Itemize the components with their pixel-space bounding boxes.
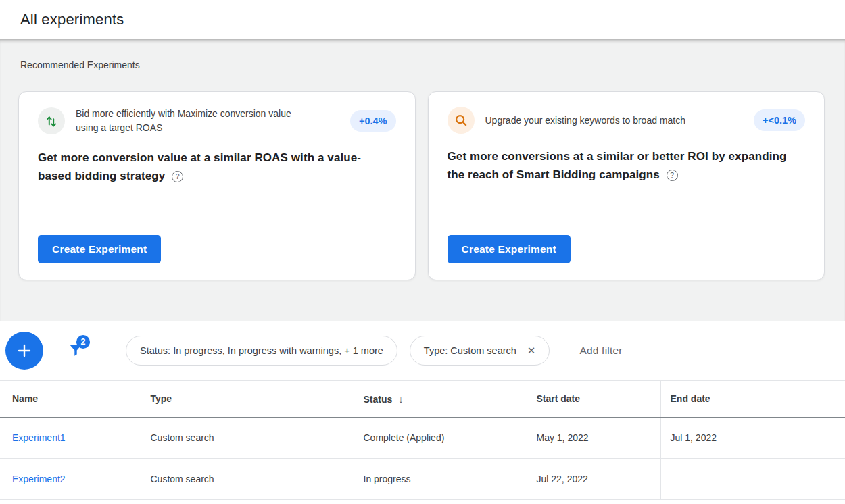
table-header-row: Name Type Status↓ Start date End date <box>0 381 845 418</box>
close-icon[interactable]: ✕ <box>527 345 536 357</box>
experiment-link[interactable]: Experiment2 <box>12 474 66 484</box>
column-header-name[interactable]: Name <box>0 381 141 418</box>
all-experiments-page: All experiments Recommended Experiments … <box>0 0 845 504</box>
cell-start-date: May 1, 2022 <box>527 418 660 459</box>
filter-chip-status[interactable]: Status: In progress, In progress with wa… <box>126 336 397 366</box>
card-header: Bid more efficiently with Maximize conve… <box>38 107 396 135</box>
filter-chip-label: Status: In progress, In progress with wa… <box>140 345 383 356</box>
card-description-text: Get more conversions at a similar or bet… <box>448 150 787 181</box>
card-description: Get more conversion value at a similar R… <box>38 149 379 185</box>
filter-chips: Status: In progress, In progress with wa… <box>126 336 550 366</box>
help-icon[interactable]: ? <box>172 171 183 182</box>
bid-adjust-arrows-icon <box>38 107 65 134</box>
recommendation-card-broad-match: Upgrade your existing keywords to broad … <box>428 91 825 280</box>
create-experiment-button[interactable]: Create Experiment <box>448 235 571 263</box>
filter-count-badge: 2 <box>76 335 90 349</box>
recommended-experiments-panel: Recommended Experiments Bid more efficie… <box>0 39 845 321</box>
add-experiment-fab[interactable] <box>5 332 43 370</box>
card-headline: Upgrade your existing keywords to broad … <box>485 114 685 128</box>
sort-descending-icon: ↓ <box>398 393 404 405</box>
cell-start-date: Jul 22, 2022 <box>527 459 660 500</box>
cell-type: Custom search <box>141 418 354 459</box>
filter-chip-type[interactable]: Type: Custom search ✕ <box>410 336 550 366</box>
page-header: All experiments <box>0 0 845 39</box>
card-description: Get more conversions at a similar or bet… <box>448 147 789 184</box>
uplift-badge: +0.4% <box>350 110 396 132</box>
cell-end-date: Jul 1, 2022 <box>660 418 845 459</box>
add-filter-button[interactable]: Add filter <box>579 345 622 357</box>
experiments-table: Name Type Status↓ Start date End date Ex… <box>0 380 845 500</box>
filter-bar: 2 Status: In progress, In progress with … <box>0 321 845 380</box>
card-description-text: Get more conversion value at a similar R… <box>38 151 361 182</box>
cell-name: Experiment1 <box>0 418 141 459</box>
column-header-end-date[interactable]: End date <box>660 381 845 418</box>
experiment-link[interactable]: Experiment1 <box>12 432 66 443</box>
table-row: Experiment1 Custom search Complete (Appl… <box>0 418 845 459</box>
cell-end-date: — <box>660 459 845 500</box>
page-title: All experiments <box>20 11 124 28</box>
column-header-type[interactable]: Type <box>141 381 354 418</box>
search-icon <box>448 107 475 134</box>
column-header-status[interactable]: Status↓ <box>354 381 527 418</box>
create-experiment-button[interactable]: Create Experiment <box>38 235 161 263</box>
card-headline: Bid more efficiently with Maximize conve… <box>76 107 309 135</box>
cell-status: Complete (Applied) <box>354 418 527 459</box>
cell-type: Custom search <box>141 459 354 500</box>
plus-icon <box>15 341 34 360</box>
recommendation-cards: Bid more efficiently with Maximize conve… <box>18 91 825 280</box>
table-row: Experiment2 Custom search In progress Ju… <box>0 459 845 500</box>
filter-funnel-icon[interactable]: 2 <box>68 342 85 359</box>
column-header-start-date[interactable]: Start date <box>527 381 660 418</box>
help-icon[interactable]: ? <box>667 170 678 181</box>
recommended-experiments-label: Recommended Experiments <box>20 40 825 70</box>
cell-status: In progress <box>354 459 527 500</box>
filter-chip-label: Type: Custom search <box>424 345 516 356</box>
recommendation-card-bidding: Bid more efficiently with Maximize conve… <box>18 91 416 280</box>
card-header: Upgrade your existing keywords to broad … <box>448 107 806 134</box>
uplift-badge: +<0.1% <box>754 109 805 131</box>
cell-name: Experiment2 <box>0 459 141 500</box>
